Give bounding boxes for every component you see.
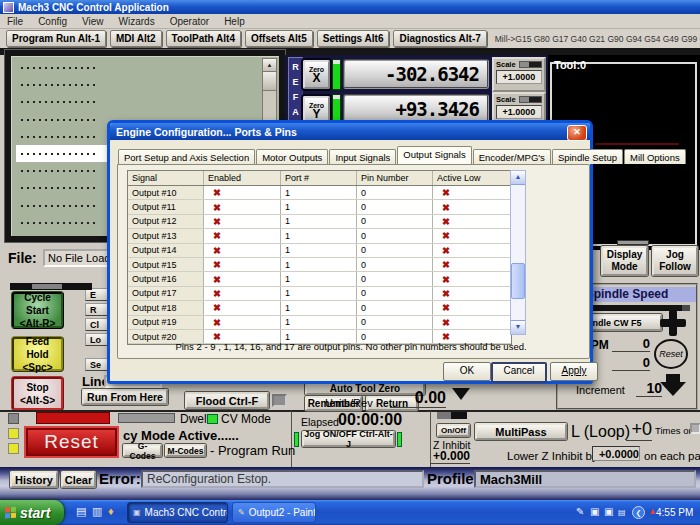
port-cell[interactable]: 1	[281, 244, 357, 257]
enabled-cell[interactable]: ✖	[204, 215, 281, 228]
pin-cell[interactable]: 0	[357, 258, 433, 271]
mcodes-button[interactable]: M-Codes	[165, 444, 206, 457]
reset-button[interactable]: Reset	[24, 426, 119, 458]
units-rev-down-icon[interactable]	[452, 388, 470, 400]
x-dro-readout[interactable]: -302.6342	[343, 59, 489, 89]
pin-cell[interactable]: 0	[357, 244, 433, 257]
tab-output-signals[interactable]: Output Signals	[397, 146, 471, 164]
menu-help[interactable]: Help	[224, 16, 245, 27]
lower-z-inhibit-value[interactable]: +0.0000	[592, 446, 640, 461]
loop-value[interactable]: +0	[626, 419, 652, 441]
tab-encoder-mpgs[interactable]: Encoder/MPG's	[473, 149, 551, 164]
port-cell[interactable]: 1	[281, 301, 357, 314]
table-scrollbar[interactable]: ▲ ▼	[510, 170, 526, 335]
tray-window-icon-1[interactable]: ▣	[590, 506, 599, 517]
active-low-cell[interactable]: ✖	[433, 244, 509, 257]
history-button[interactable]: History	[10, 471, 58, 488]
active-low-cell[interactable]: ✖	[433, 258, 509, 271]
tray-pen-icon[interactable]: ✎	[576, 506, 584, 517]
run-from-here-button[interactable]: Run From Here	[82, 389, 168, 405]
port-cell[interactable]: 1	[281, 229, 357, 242]
quicklaunch-icon-1[interactable]: ▤	[76, 505, 86, 518]
menu-file[interactable]: File	[7, 16, 23, 27]
quicklaunch-icon-2[interactable]: ▥	[92, 505, 102, 518]
tab-diagnostics[interactable]: Diagnostics Alt-7	[393, 30, 486, 47]
active-low-cell[interactable]: ✖	[433, 229, 509, 242]
cycle-start-button[interactable]: Cycle Start <Alt-R>	[11, 291, 64, 329]
port-cell[interactable]: 1	[281, 258, 357, 271]
scroll-down-icon[interactable]: ▼	[511, 320, 525, 334]
cancel-button[interactable]: Cancel	[491, 362, 547, 383]
enabled-cell[interactable]: ✖	[204, 229, 281, 242]
y-scale-value[interactable]: +1.0000	[496, 105, 542, 119]
active-low-cell[interactable]: ✖	[433, 287, 509, 300]
tab-program-run[interactable]: Program Run Alt-1	[6, 30, 106, 47]
tab-mdi[interactable]: MDI Alt2	[110, 30, 162, 47]
enabled-cell[interactable]: ✖	[204, 287, 281, 300]
pin-cell[interactable]: 0	[357, 229, 433, 242]
taskbar-item-paint[interactable]: ✎ Output2 - Paint	[232, 502, 316, 523]
spindle-override-value[interactable]: 0	[612, 355, 650, 371]
ok-button[interactable]: OK	[443, 362, 491, 381]
scrollbar-thumb[interactable]	[263, 72, 276, 91]
jog-onoff-button[interactable]: Jog ON/OFF Ctrl-Alt-J	[302, 431, 395, 447]
display-mode-button[interactable]: DisplayMode	[601, 246, 648, 276]
port-cell[interactable]: 1	[281, 316, 357, 329]
menu-operator[interactable]: Operator	[170, 16, 209, 27]
enabled-cell[interactable]: ✖	[204, 272, 281, 285]
close-icon[interactable]: ✕	[567, 125, 587, 141]
spindle-plus-icon[interactable]	[660, 310, 686, 336]
multipass-button[interactable]: MultiPass	[475, 423, 567, 440]
quicklaunch-icon-3[interactable]: ♦	[108, 505, 114, 517]
tab-port-setup[interactable]: Port Setup and Axis Selection	[118, 149, 255, 164]
feed-hold-button[interactable]: Feed Hold <Spc>	[11, 336, 64, 372]
active-low-cell[interactable]: ✖	[433, 200, 509, 213]
scrollbar-thumb[interactable]	[511, 263, 525, 299]
enabled-cell[interactable]: ✖	[204, 301, 281, 314]
active-low-cell[interactable]: ✖	[433, 272, 509, 285]
spindle-minus-icon[interactable]	[660, 374, 686, 398]
x-scale-value[interactable]: +1.0000	[496, 70, 542, 84]
tray-chevron-icon[interactable]: ❮	[632, 506, 645, 519]
jog-follow-button[interactable]: JogFollow	[652, 246, 698, 276]
zero-x-button[interactable]: Zero X	[303, 60, 330, 89]
enabled-cell[interactable]: ✖	[204, 244, 281, 257]
rpm-value[interactable]: 0	[612, 336, 650, 352]
tab-toolpath[interactable]: ToolPath Alt4	[166, 30, 241, 47]
flood-button[interactable]: Flood Ctrl-F	[185, 392, 269, 409]
stop-button[interactable]: Stop <Alt-S>	[11, 376, 64, 411]
tab-mill-options[interactable]: Mill Options	[624, 149, 686, 164]
active-low-cell[interactable]: ✖	[433, 186, 509, 199]
start-button[interactable]: start	[0, 500, 64, 525]
pin-cell[interactable]: 0	[357, 200, 433, 213]
apply-button[interactable]: Apply	[550, 362, 598, 381]
menu-view[interactable]: View	[82, 16, 104, 27]
spindle-reset-button[interactable]: Reset	[654, 339, 688, 369]
active-low-cell[interactable]: ✖	[433, 316, 509, 329]
enabled-cell[interactable]: ✖	[204, 200, 281, 213]
tab-input-signals[interactable]: Input Signals	[329, 149, 396, 164]
menu-config[interactable]: Config	[38, 16, 67, 27]
onoff-button[interactable]: On/Off	[437, 424, 470, 437]
enabled-cell[interactable]: ✖	[204, 186, 281, 199]
pin-cell[interactable]: 0	[357, 287, 433, 300]
menu-wizards[interactable]: Wizards	[119, 16, 155, 27]
pin-cell[interactable]: 0	[357, 215, 433, 228]
tray-window-icon-2[interactable]: ▣	[604, 506, 613, 517]
scroll-up-icon[interactable]: ▲	[263, 59, 276, 72]
clear-button[interactable]: Clear	[61, 471, 96, 488]
active-low-cell[interactable]: ✖	[433, 301, 509, 314]
port-cell[interactable]: 1	[281, 287, 357, 300]
active-low-cell[interactable]: ✖	[433, 215, 509, 228]
tab-spindle-setup[interactable]: Spindle Setup	[552, 149, 623, 164]
tab-offsets[interactable]: Offsets Alt5	[245, 30, 313, 47]
enabled-cell[interactable]: ✖	[204, 316, 281, 329]
port-cell[interactable]: 1	[281, 186, 357, 199]
gcodes-button[interactable]: G-Codes	[123, 444, 162, 457]
tab-motor-outputs[interactable]: Motor Outputs	[256, 149, 328, 164]
increment-value[interactable]: 10	[636, 380, 662, 397]
dialog-titlebar[interactable]: Engine Configuration... Ports & Pins	[110, 123, 590, 140]
taskbar-item-mach3[interactable]: ▣ Mach3 CNC Control A...	[127, 502, 228, 523]
pin-cell[interactable]: 0	[357, 316, 433, 329]
pin-cell[interactable]: 0	[357, 301, 433, 314]
